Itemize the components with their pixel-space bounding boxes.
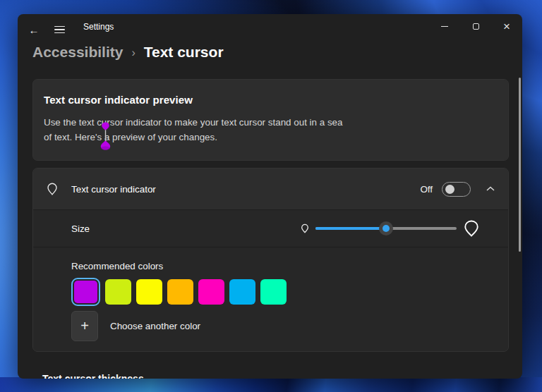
preview-card-heading: Text cursor indicator preview (44, 94, 495, 106)
color-swatch-purple[interactable] (74, 281, 97, 303)
choose-color-button[interactable]: + (71, 311, 98, 341)
color-swatch-blue[interactable] (229, 279, 255, 305)
color-swatch-row (71, 278, 495, 306)
vertical-scrollbar[interactable] (519, 78, 521, 252)
text-cursor-indicator-icon (44, 180, 61, 197)
settings-content: Text cursor indicator preview Use the te… (32, 79, 509, 379)
large-indicator-icon (462, 219, 481, 238)
toggle-state-label: Off (420, 184, 433, 195)
breadcrumb-separator-icon: › (131, 46, 135, 59)
back-arrow-icon: ← (29, 24, 40, 36)
chevron-up-icon[interactable] (483, 181, 498, 197)
choose-color-label: Choose another color (110, 321, 200, 331)
text-cursor-preview-card: Text cursor indicator preview Use the te… (32, 79, 509, 161)
close-button[interactable]: × (491, 14, 522, 38)
minimize-button[interactable] (429, 14, 460, 38)
preview-body-line2: of text. Here's a preview of your change… (44, 130, 495, 145)
titlebar: ← Settings × (18, 14, 522, 39)
size-slider-group (299, 219, 481, 238)
maximize-icon (473, 23, 479, 30)
maximize-button[interactable] (460, 14, 491, 38)
color-swatch-lime[interactable] (105, 279, 131, 305)
app-title: Settings (83, 14, 114, 39)
choose-another-color-row: + Choose another color (71, 311, 495, 341)
hamburger-icon (54, 26, 65, 27)
toggle-knob (445, 185, 454, 194)
breadcrumb: Accessibility › Text cursor (32, 44, 224, 61)
page-title: Text cursor (144, 44, 224, 61)
minimize-icon (441, 26, 448, 27)
plus-icon: + (80, 318, 89, 334)
text-cursor-indicator-group: Text cursor indicator Off Size (32, 168, 509, 352)
indicator-toggle-switch[interactable] (442, 182, 471, 197)
navigation-menu-button[interactable] (49, 20, 69, 39)
size-label: Size (71, 223, 90, 234)
text-cursor-indicator-row[interactable]: Text cursor indicator Off (33, 169, 508, 209)
window-controls: × (429, 14, 522, 38)
breadcrumb-accessibility[interactable]: Accessibility (32, 44, 123, 61)
size-slider[interactable] (315, 221, 457, 235)
text-cursor-indicator-preview-icon (100, 122, 112, 150)
back-button[interactable]: ← (24, 20, 44, 39)
preview-body-line1: Use the text cursor indicator to make yo… (44, 115, 495, 130)
close-icon: × (503, 20, 510, 32)
settings-window: ← Settings × Accessibili (18, 14, 522, 379)
slider-thumb[interactable] (379, 221, 393, 235)
color-swatch-mint[interactable] (260, 279, 287, 305)
slider-fill (315, 227, 386, 230)
desktop-wallpaper: ← Settings × Accessibili (0, 0, 542, 392)
recommended-colors-heading: Recommended colors (71, 261, 495, 271)
wallpaper-bottom-ribbons (0, 377, 542, 392)
text-cursor-thickness-heading: Text cursor thickness (42, 373, 509, 379)
preview-card-body: Use the text cursor indicator to make yo… (44, 115, 495, 145)
recommended-colors-row: Recommended colors + (33, 247, 508, 351)
small-indicator-icon (299, 223, 311, 234)
color-swatch-orange[interactable] (167, 279, 193, 305)
color-swatch-pink[interactable] (198, 279, 224, 305)
selected-swatch-ring (71, 278, 100, 306)
size-row: Size (33, 210, 508, 247)
color-swatch-yellow[interactable] (136, 279, 162, 305)
indicator-row-label: Text cursor indicator (71, 184, 156, 195)
